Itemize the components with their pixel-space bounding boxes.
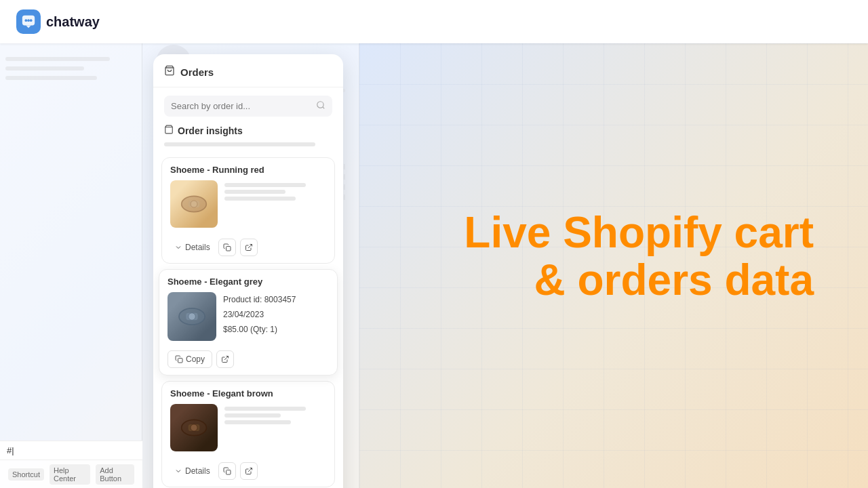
details-button-1[interactable]: Details (170, 240, 214, 255)
help-center-button[interactable]: Help Center (50, 464, 90, 485)
external-link-icon-1[interactable] (240, 239, 258, 256)
product-id-text: Product id: 8003457 (223, 293, 329, 306)
order-insights-header: Order insights (164, 125, 332, 137)
svg-point-2 (27, 19, 30, 22)
external-link-icon-2[interactable] (216, 350, 234, 368)
product-name-2: Shoeme - Elegant grey (159, 270, 337, 292)
svg-rect-13 (226, 247, 231, 251)
text-input[interactable]: #| (0, 441, 142, 460)
product-body-2: Product id: 8003457 23/04/2023 $85.00 (Q… (159, 292, 337, 348)
svg-point-17 (189, 313, 195, 320)
orders-header: Orders (153, 54, 343, 87)
logo: chatway (16, 9, 100, 34)
product-body-3 (162, 404, 334, 458)
svg-line-8 (323, 107, 325, 109)
product-name-1: Shoeme - Running red (162, 158, 334, 180)
product-date: 23/04/2023 (223, 308, 329, 321)
logo-icon (16, 9, 41, 34)
svg-point-22 (191, 424, 197, 431)
product-actions-2: Copy (159, 348, 337, 375)
chat-area: weden +5 ▼ Data 8888.cloudwaysapps.com) … (142, 43, 359, 488)
product-meta-3 (224, 404, 326, 427)
svg-point-12 (191, 201, 197, 207)
product-image-2 (167, 292, 216, 341)
add-button[interactable]: Add Button (96, 464, 134, 485)
product-card-1: Shoeme - Running red (161, 157, 335, 264)
svg-line-19 (224, 357, 229, 361)
product-footer-1: Details (162, 235, 334, 263)
copy-icon-1[interactable] (218, 239, 236, 256)
order-insights-icon (164, 125, 174, 137)
bottom-toolbar: Shortcut Help Center Add Button (0, 460, 142, 488)
svg-point-7 (317, 102, 323, 108)
app-header: chatway (0, 0, 868, 43)
order-insights: Order insights (153, 125, 343, 157)
logo-text: chatway (46, 14, 100, 30)
right-content: Live Shopify cart & orders data (359, 43, 868, 488)
product-image-3 (170, 404, 218, 451)
skeleton-1 (164, 142, 315, 146)
svg-line-24 (248, 468, 252, 472)
svg-point-3 (30, 19, 33, 22)
orders-icon (164, 65, 175, 79)
svg-rect-18 (178, 359, 183, 363)
shortcut-button[interactable]: Shortcut (8, 468, 44, 481)
search-input[interactable] (171, 101, 312, 111)
search-bar[interactable] (164, 96, 332, 117)
orders-panel: Orders (153, 54, 343, 488)
svg-rect-23 (226, 470, 231, 475)
product-body-1 (162, 180, 334, 235)
product-card-3: Shoeme - Elegant brown (161, 381, 335, 487)
product-meta-1 (224, 180, 326, 203)
product-details-2: Product id: 8003457 23/04/2023 $85.00 (Q… (223, 292, 329, 341)
svg-line-14 (248, 245, 252, 249)
details-button-3[interactable]: Details (170, 464, 214, 479)
left-sidebar: Shortcut Help Center Add Button #| (0, 43, 142, 488)
product-card-2: Shoeme - Elegant grey Product id: 800345… (159, 269, 338, 375)
hero-line-1: Live Shopify cart & orders data (464, 209, 814, 304)
product-image-1 (170, 180, 218, 228)
external-link-icon-3[interactable] (240, 462, 258, 480)
product-price: $85.00 (Qty: 1) (223, 323, 329, 336)
product-footer-3: Details (162, 458, 334, 487)
order-insights-title: Order insights (178, 125, 243, 136)
copy-icon-3[interactable] (218, 462, 236, 480)
search-icon (316, 100, 326, 112)
main-content: Shortcut Help Center Add Button #| (0, 43, 868, 488)
hero-text: Live Shopify cart & orders data (464, 209, 814, 304)
copy-button-2[interactable]: Copy (167, 350, 212, 368)
product-name-3: Shoeme - Elegant brown (162, 382, 334, 404)
orders-title: Orders (180, 66, 214, 78)
svg-point-1 (25, 19, 28, 22)
